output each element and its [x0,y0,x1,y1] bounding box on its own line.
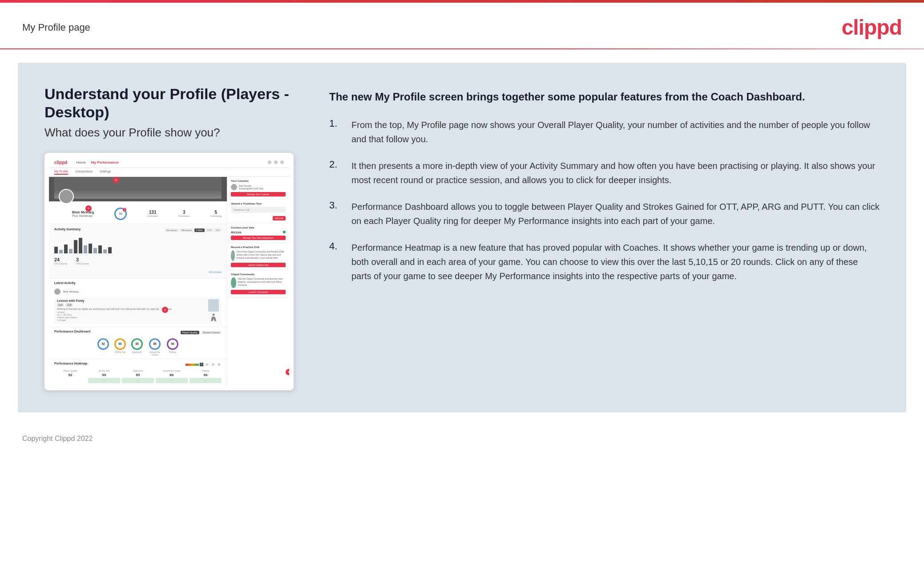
mock-record-text: One of the Clippd Community and Practice… [237,250,286,261]
mock-heatmap-ott-label: Off the Tee [88,369,120,372]
mock-perf-header: Performance Dashboard Player Quality Str… [54,330,222,336]
mock-heatmap-arg-bar: ↑ [156,378,188,383]
mock-quality-value: 92 [119,212,122,215]
mock-heatmap-controls: 5 10 15 20 [186,363,222,366]
mock-bar-8 [89,244,92,253]
mock-following-stat: 5 Following [210,210,222,217]
mock-trackman-section: Upload a Trackman Test Trackman Link Add… [227,200,289,224]
badge-2: 2 [85,205,92,212]
badge-4: 4 [286,369,289,375]
mock-main-panel: Blair McHarg Plus Handicap 92 1 131 Acti… [49,177,227,386]
mock-ring-arg-label: Around the Green [148,351,161,356]
mock-tag-1: Golf [57,303,64,307]
mock-round-5: 5 [200,363,204,366]
mock-trackman-input[interactable]: Trackman Link [231,207,286,213]
mock-oncourse-value: 24 [54,257,67,262]
mock-followers-value: 3 [178,210,190,215]
mock-following-label: Following [210,215,222,217]
mock-record-img [231,250,235,261]
mock-activity-title: Activity Summary [54,228,81,231]
mock-tag-2: Golf [66,303,73,307]
list-item-4: 4. Performance Heatmap is a new feature … [329,240,880,283]
mock-toggle-oncourse: On-course [165,228,178,232]
mock-latest-activity: Latest Activity Blair McHarg Lesson with… [49,279,227,327]
mock-activities-label: Activities [147,215,158,217]
numbered-list: 1. From the top, My Profile page now sho… [329,118,880,283]
mock-all-activities-link[interactable]: All Activities [209,271,222,273]
mock-ring-putt-label: Putting [169,351,176,353]
list-item-3: 3. Performance Dashboard allows you to t… [329,200,880,228]
mock-perf-toggle: Player Quality Strokes Gained [181,331,222,334]
mock-toggle-1yr: 1 Yr [206,228,213,232]
mock-ring-overall: 92 [97,338,109,356]
mock-heatmap-ott-bar: ↑ [88,378,120,383]
mock-launch-community-btn[interactable]: Launch Community [231,290,286,294]
mock-heatmap-grid: Player Quality 92 Off the Tee 90 ↑ [54,369,222,383]
mock-nav-home: Home [76,160,85,164]
mock-trackman-submit[interactable]: Add Link [273,216,286,220]
page-title: My Profile page [22,22,90,33]
mock-coach-avatar [231,184,237,190]
mock-heatmap-arg-label: Around the Green [156,369,188,372]
mock-bar-4 [69,249,73,253]
mock-coach-row: Dan Davies Sunningdale Golf Club [231,184,286,190]
mock-subnav-connections: Connections [75,170,93,175]
mock-bar-3 [64,244,68,253]
mock-bar-9 [93,248,97,253]
mock-icon-settings [274,160,278,164]
mock-record-content: One of the Clippd Community and Practice… [231,250,286,261]
mock-coach-club: Sunningdale Golf Club [239,187,263,190]
mock-heatmap-putt: Putting 96 ↑ [190,369,222,383]
mock-latest-text: Blair McHarg [63,290,79,293]
mock-toggle-offcourse: Off-course [180,228,194,232]
mock-handicap: Plus Handicap [72,214,94,217]
mock-community-img [231,277,236,288]
mock-player-info: Blair McHarg Plus Handicap [72,210,94,217]
main-content: Understand your Profile (Players - Deskt… [18,63,906,413]
mock-ring-arg: 86 Around the Green [148,338,161,356]
mock-ring-overall-circle: 92 [97,338,109,350]
mock-profile-header [49,177,227,201]
mock-coach-info: Dan Davies Sunningdale Golf Club [239,184,263,190]
section-title: Understand your Profile (Players - Deskt… [44,85,294,121]
mock-subnav-settings: Settings [100,170,111,175]
mock-perf-rings: 92 90 Off the Tee 85 Ap [54,338,222,356]
mock-heatmap-arg: Around the Green 86 ↑ [156,369,188,383]
left-section: Understand your Profile (Players - Deskt… [44,85,294,390]
mock-screen: Blair McHarg Plus Handicap 92 1 131 Acti… [49,177,289,386]
mock-sidebar: Your Coaches Dan Davies Sunningdale Golf… [227,177,289,386]
mock-quality-badge: 1 [123,208,126,212]
logo: clippd [842,15,902,40]
mock-record-section: Record a Practice Drill One of the Clipp… [227,243,289,270]
mock-round-10: 10 [204,363,210,366]
mock-community-text: Visit the Clippd Community and discover … [238,277,286,288]
badge-3: 3 [162,307,168,313]
mock-bar-7 [84,245,87,253]
mock-mini-avatar [54,288,61,295]
mock-record-title: Record a Practice Drill [231,246,286,248]
mock-manage-integrations-btn[interactable]: Manage Your Data Integrations [231,236,286,240]
mock-nav-icons [268,160,284,164]
mock-following-value: 5 [210,210,222,215]
right-intro: The new My Profile screen brings togethe… [329,89,880,104]
item-number-1: 1. [329,118,343,146]
mock-activities-stat: 131 Activities [147,210,158,217]
screen-wrapper: 1 2 3 4 clippd Home My Performance [49,157,289,386]
mock-heatmap-ott: Off the Tee 90 ↑ [88,369,120,383]
mock-coaches-section: Your Coaches Dan Davies Sunningdale Golf… [227,177,289,200]
mock-heatmap-app-bar: ↑ [122,378,154,383]
mock-manage-coaches-btn[interactable]: Manage Your Coaches [231,192,286,196]
mock-community-title: Clippd Community [231,273,286,276]
mock-logo: clippd [54,160,67,165]
mock-connect-section: Connect your data Arccos Manage Your Dat… [227,224,289,243]
right-section: The new My Profile screen brings togethe… [329,85,880,390]
screenshot-container: 1 2 3 4 clippd Home My Performance [44,153,294,390]
mock-heatmap-title: Performance Heatmap [54,362,87,365]
mock-launch-capture-btn[interactable]: Launch Capture App [231,263,286,267]
mock-bar-10 [98,245,102,253]
mock-nav-performance: My Performance [91,160,119,164]
mock-lesson-thumbnail [208,299,219,312]
mock-integration: Arccos [231,231,286,234]
mock-lesson-meta: Lesson 01:1- 30 mins Videos and Videos 1… [57,311,205,321]
item-number-3: 3. [329,200,343,228]
